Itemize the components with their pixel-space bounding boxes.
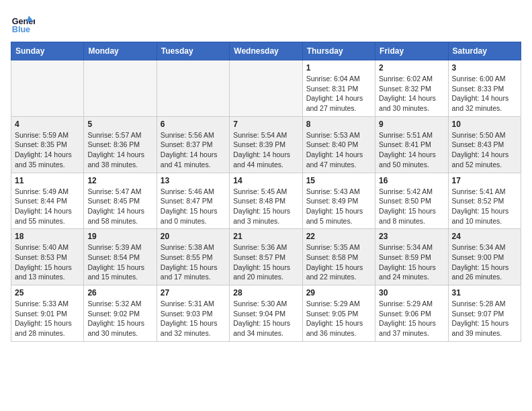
calendar-day-cell: 11Sunrise: 5:49 AM Sunset: 8:44 PM Dayli… <box>11 173 84 229</box>
weekday-header: Tuesday <box>157 42 229 60</box>
day-info: Sunrise: 5:38 AM Sunset: 8:55 PM Dayligh… <box>161 242 226 282</box>
day-info: Sunrise: 6:02 AM Sunset: 8:32 PM Dayligh… <box>379 74 444 113</box>
day-number: 21 <box>233 232 298 241</box>
day-number: 14 <box>233 176 298 185</box>
weekday-header: Wednesday <box>230 42 302 60</box>
logo-icon: General Blue <box>11 11 35 35</box>
calendar-day-cell: 27Sunrise: 5:31 AM Sunset: 9:03 PM Dayli… <box>157 285 229 342</box>
day-number: 26 <box>87 288 152 298</box>
calendar-day-cell: 13Sunrise: 5:46 AM Sunset: 8:47 PM Dayli… <box>157 173 229 229</box>
calendar-day-cell: 16Sunrise: 5:42 AM Sunset: 8:50 PM Dayli… <box>375 173 448 229</box>
calendar-day-cell: 1Sunrise: 6:04 AM Sunset: 8:31 PM Daylig… <box>302 60 375 117</box>
calendar-day-cell: 2Sunrise: 6:02 AM Sunset: 8:32 PM Daylig… <box>375 60 448 117</box>
calendar-day-cell: 7Sunrise: 5:54 AM Sunset: 8:39 PM Daylig… <box>230 116 302 173</box>
calendar-day-cell <box>11 60 84 117</box>
weekday-header: Friday <box>375 42 448 60</box>
page-header: General Blue <box>11 11 521 35</box>
day-info: Sunrise: 5:28 AM Sunset: 9:07 PM Dayligh… <box>452 299 517 338</box>
day-info: Sunrise: 5:56 AM Sunset: 8:37 PM Dayligh… <box>161 130 226 170</box>
calendar-day-cell: 12Sunrise: 5:47 AM Sunset: 8:45 PM Dayli… <box>84 173 157 229</box>
day-info: Sunrise: 5:51 AM Sunset: 8:41 PM Dayligh… <box>379 130 444 170</box>
day-info: Sunrise: 5:30 AM Sunset: 9:04 PM Dayligh… <box>233 299 298 338</box>
calendar-day-cell: 21Sunrise: 5:36 AM Sunset: 8:57 PM Dayli… <box>230 229 302 285</box>
calendar-day-cell: 15Sunrise: 5:43 AM Sunset: 8:49 PM Dayli… <box>302 173 375 229</box>
day-number: 1 <box>306 63 371 73</box>
day-number: 10 <box>452 120 517 129</box>
day-number: 7 <box>233 120 298 129</box>
day-info: Sunrise: 5:31 AM Sunset: 9:03 PM Dayligh… <box>161 299 226 338</box>
calendar-week-row: 11Sunrise: 5:49 AM Sunset: 8:44 PM Dayli… <box>11 173 521 229</box>
calendar-day-cell: 8Sunrise: 5:53 AM Sunset: 8:40 PM Daylig… <box>302 116 375 173</box>
weekday-header: Saturday <box>448 42 521 60</box>
calendar-day-cell: 18Sunrise: 5:40 AM Sunset: 8:53 PM Dayli… <box>11 229 84 285</box>
calendar-week-row: 4Sunrise: 5:59 AM Sunset: 8:35 PM Daylig… <box>11 116 521 173</box>
calendar-day-cell: 25Sunrise: 5:33 AM Sunset: 9:01 PM Dayli… <box>11 285 84 342</box>
day-number: 12 <box>87 176 152 185</box>
day-number: 8 <box>306 120 371 129</box>
day-number: 23 <box>379 232 444 241</box>
day-info: Sunrise: 5:36 AM Sunset: 8:57 PM Dayligh… <box>233 242 298 282</box>
svg-text:Blue: Blue <box>12 25 30 34</box>
day-info: Sunrise: 5:57 AM Sunset: 8:36 PM Dayligh… <box>87 130 152 170</box>
calendar-day-cell: 24Sunrise: 5:34 AM Sunset: 9:00 PM Dayli… <box>448 229 521 285</box>
day-info: Sunrise: 5:43 AM Sunset: 8:49 PM Dayligh… <box>306 187 371 226</box>
calendar-day-cell: 19Sunrise: 5:39 AM Sunset: 8:54 PM Dayli… <box>84 229 157 285</box>
day-number: 13 <box>161 176 226 185</box>
calendar-day-cell: 29Sunrise: 5:29 AM Sunset: 9:05 PM Dayli… <box>302 285 375 342</box>
calendar-day-cell: 28Sunrise: 5:30 AM Sunset: 9:04 PM Dayli… <box>230 285 302 342</box>
day-number: 17 <box>452 176 517 185</box>
day-info: Sunrise: 6:04 AM Sunset: 8:31 PM Dayligh… <box>306 74 371 113</box>
day-info: Sunrise: 5:47 AM Sunset: 8:45 PM Dayligh… <box>87 187 152 226</box>
day-info: Sunrise: 5:40 AM Sunset: 8:53 PM Dayligh… <box>15 242 80 282</box>
calendar-day-cell: 23Sunrise: 5:34 AM Sunset: 8:59 PM Dayli… <box>375 229 448 285</box>
day-number: 28 <box>233 288 298 298</box>
day-info: Sunrise: 5:49 AM Sunset: 8:44 PM Dayligh… <box>15 187 80 226</box>
day-info: Sunrise: 5:42 AM Sunset: 8:50 PM Dayligh… <box>379 187 444 226</box>
calendar-day-cell: 30Sunrise: 5:29 AM Sunset: 9:06 PM Dayli… <box>375 285 448 342</box>
day-number: 20 <box>161 232 226 241</box>
day-number: 19 <box>87 232 152 241</box>
day-info: Sunrise: 5:35 AM Sunset: 8:58 PM Dayligh… <box>306 242 371 282</box>
calendar-day-cell: 4Sunrise: 5:59 AM Sunset: 8:35 PM Daylig… <box>11 116 84 173</box>
weekday-header: Monday <box>84 42 157 60</box>
calendar-day-cell: 26Sunrise: 5:32 AM Sunset: 9:02 PM Dayli… <box>84 285 157 342</box>
calendar-day-cell: 14Sunrise: 5:45 AM Sunset: 8:48 PM Dayli… <box>230 173 302 229</box>
day-number: 4 <box>15 120 80 129</box>
day-info: Sunrise: 5:54 AM Sunset: 8:39 PM Dayligh… <box>233 130 298 170</box>
day-info: Sunrise: 5:34 AM Sunset: 9:00 PM Dayligh… <box>452 242 517 282</box>
weekday-header: Sunday <box>11 42 84 60</box>
calendar-day-cell: 10Sunrise: 5:50 AM Sunset: 8:43 PM Dayli… <box>448 116 521 173</box>
day-info: Sunrise: 5:46 AM Sunset: 8:47 PM Dayligh… <box>161 187 226 226</box>
calendar-day-cell <box>230 60 302 117</box>
day-number: 18 <box>15 232 80 241</box>
calendar-day-cell: 6Sunrise: 5:56 AM Sunset: 8:37 PM Daylig… <box>157 116 229 173</box>
day-info: Sunrise: 5:29 AM Sunset: 9:05 PM Dayligh… <box>306 299 371 338</box>
calendar-day-cell: 9Sunrise: 5:51 AM Sunset: 8:41 PM Daylig… <box>375 116 448 173</box>
day-info: Sunrise: 5:34 AM Sunset: 8:59 PM Dayligh… <box>379 242 444 282</box>
day-number: 27 <box>161 288 226 298</box>
day-number: 6 <box>161 120 226 129</box>
day-info: Sunrise: 5:33 AM Sunset: 9:01 PM Dayligh… <box>15 299 80 338</box>
day-number: 2 <box>379 63 444 73</box>
calendar-week-row: 1Sunrise: 6:04 AM Sunset: 8:31 PM Daylig… <box>11 60 521 117</box>
calendar-day-cell: 3Sunrise: 6:00 AM Sunset: 8:33 PM Daylig… <box>448 60 521 117</box>
day-info: Sunrise: 5:39 AM Sunset: 8:54 PM Dayligh… <box>87 242 152 282</box>
day-number: 31 <box>452 288 517 298</box>
day-number: 9 <box>379 120 444 129</box>
calendar-day-cell: 20Sunrise: 5:38 AM Sunset: 8:55 PM Dayli… <box>157 229 229 285</box>
day-info: Sunrise: 5:50 AM Sunset: 8:43 PM Dayligh… <box>452 130 517 170</box>
calendar-day-cell <box>84 60 157 117</box>
day-info: Sunrise: 5:29 AM Sunset: 9:06 PM Dayligh… <box>379 299 444 338</box>
weekday-header: Thursday <box>302 42 375 60</box>
calendar-day-cell: 31Sunrise: 5:28 AM Sunset: 9:07 PM Dayli… <box>448 285 521 342</box>
logo: General Blue <box>11 11 35 35</box>
day-number: 5 <box>87 120 152 129</box>
day-number: 29 <box>306 288 371 298</box>
calendar-week-row: 18Sunrise: 5:40 AM Sunset: 8:53 PM Dayli… <box>11 229 521 285</box>
calendar-day-cell <box>157 60 229 117</box>
day-number: 3 <box>452 63 517 73</box>
calendar-day-cell: 5Sunrise: 5:57 AM Sunset: 8:36 PM Daylig… <box>84 116 157 173</box>
day-info: Sunrise: 5:32 AM Sunset: 9:02 PM Dayligh… <box>87 299 152 338</box>
day-info: Sunrise: 5:41 AM Sunset: 8:52 PM Dayligh… <box>452 187 517 226</box>
day-info: Sunrise: 5:53 AM Sunset: 8:40 PM Dayligh… <box>306 130 371 170</box>
